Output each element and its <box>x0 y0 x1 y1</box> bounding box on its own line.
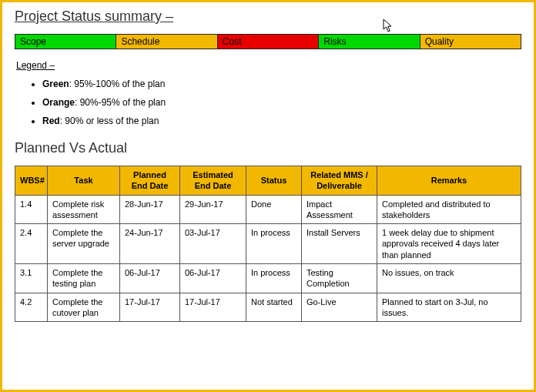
table-header: Remarks <box>377 166 521 196</box>
cell-wbs: 3.1 <box>15 264 48 293</box>
cell-mms: Testing Completion <box>302 264 377 293</box>
cell-status: In process <box>246 264 302 293</box>
planned-vs-actual-title: Planned Vs Actual <box>15 140 521 156</box>
cell-remarks: Completed and distributed to stakeholder… <box>377 195 521 224</box>
cell-remarks: 1 week delay due to shipment approvals r… <box>377 224 521 264</box>
planned-vs-actual-table: WBS#TaskPlanned End DateEstimated End Da… <box>15 166 521 322</box>
status-cell-cost: Cost <box>218 35 319 49</box>
cell-task: Complete the cutover plan <box>48 293 120 322</box>
legend-item: Green: 95%-100% of the plan <box>42 79 521 89</box>
document-page: Project Status summary – ScopeScheduleCo… <box>0 0 536 392</box>
cell-status: Not started <box>246 293 302 322</box>
cell-mms: Install Servers <box>302 224 377 264</box>
cell-planned: 28-Jun-17 <box>120 195 180 224</box>
cell-remarks: Planned to start on 3-Jul, no issues. <box>377 293 521 322</box>
cell-estimated: 06-Jul-17 <box>180 264 246 293</box>
cell-estimated: 29-Jun-17 <box>180 195 246 224</box>
table-header: WBS# <box>15 166 48 196</box>
cell-estimated: 03-Jul-17 <box>180 224 246 264</box>
table-row: 3.1Complete the testing plan06-Jul-1706-… <box>15 264 521 293</box>
status-cell-scope: Scope <box>15 35 116 49</box>
cell-wbs: 2.4 <box>15 224 48 264</box>
cell-status: In process <box>246 224 302 264</box>
table-header: Task <box>48 166 120 196</box>
cell-status: Done <box>246 195 302 224</box>
page-title: Project Status summary – <box>15 8 521 25</box>
status-cell-quality: Quality <box>420 35 521 49</box>
table-row: 2.4Complete the server upgrade24-Jun-170… <box>15 224 521 264</box>
cell-wbs: 4.2 <box>15 293 48 322</box>
table-header-row: WBS#TaskPlanned End DateEstimated End Da… <box>15 166 521 196</box>
cell-planned: 17-Jul-17 <box>120 293 180 322</box>
cell-remarks: No issues, on track <box>377 264 521 293</box>
cell-task: Complete the testing plan <box>48 264 120 293</box>
cell-planned: 24-Jun-17 <box>120 224 180 264</box>
cell-task: Complete the server upgrade <box>48 224 120 264</box>
table-header: Estimated End Date <box>180 166 246 196</box>
legend-item: Orange: 90%-95% of the plan <box>42 97 521 108</box>
status-cell-schedule: Schedule <box>116 35 217 49</box>
cell-wbs: 1.4 <box>15 195 48 224</box>
table-row: 4.2Complete the cutover plan17-Jul-1717-… <box>15 293 521 322</box>
status-bar: ScopeScheduleCostRisksQuality <box>15 34 521 49</box>
status-cell-risks: Risks <box>319 35 420 49</box>
table-row: 1.4Complete risk assessment28-Jun-1729-J… <box>15 195 521 224</box>
legend-item: Red: 90% or less of the plan <box>42 116 521 126</box>
cell-task: Complete risk assessment <box>48 195 120 224</box>
legend-list: Green: 95%-100% of the planOrange: 90%-9… <box>15 79 521 126</box>
legend-title: Legend – <box>16 60 521 71</box>
cell-mms: Impact Assessment <box>302 195 377 224</box>
table-header: Status <box>246 166 302 196</box>
cell-estimated: 17-Jul-17 <box>180 293 246 322</box>
cell-mms: Go-Live <box>302 293 377 322</box>
table-header: Related MMS / Deliverable <box>302 166 377 196</box>
table-header: Planned End Date <box>120 166 180 196</box>
cell-planned: 06-Jul-17 <box>120 264 180 293</box>
